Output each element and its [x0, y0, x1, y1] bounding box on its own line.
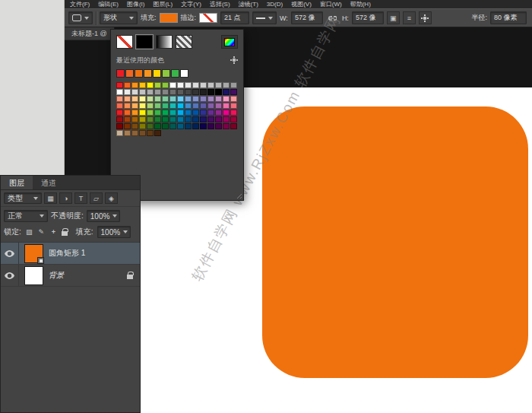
- color-swatch[interactable]: [223, 116, 230, 122]
- recent-color-swatch[interactable]: [180, 69, 188, 78]
- tool-preset-dropdown[interactable]: [68, 11, 93, 24]
- color-swatch[interactable]: [207, 96, 214, 102]
- color-swatch[interactable]: [154, 82, 161, 88]
- recent-color-swatch[interactable]: [162, 69, 170, 78]
- color-swatch[interactable]: [124, 103, 131, 109]
- document-tab[interactable]: 未标题-1 @: [65, 27, 115, 40]
- color-swatch[interactable]: [124, 89, 131, 95]
- recent-color-swatch[interactable]: [153, 69, 161, 78]
- color-swatch[interactable]: [169, 116, 176, 122]
- visibility-eye-icon[interactable]: [1, 243, 19, 264]
- color-swatch[interactable]: [200, 96, 207, 102]
- color-swatch[interactable]: [147, 123, 154, 129]
- tool-mode-dropdown[interactable]: 形状: [100, 11, 138, 24]
- color-swatch[interactable]: [116, 116, 123, 122]
- menu-edit[interactable]: 编辑(E): [98, 0, 119, 8]
- color-swatch[interactable]: [177, 116, 184, 122]
- color-swatch[interactable]: [124, 130, 131, 136]
- color-swatch[interactable]: [139, 89, 146, 95]
- color-swatch[interactable]: [215, 103, 222, 109]
- filter-pixel-layers-icon[interactable]: ▦: [44, 192, 57, 204]
- color-swatch[interactable]: [215, 110, 222, 116]
- color-swatch[interactable]: [230, 123, 237, 129]
- tab-layers[interactable]: 图层: [1, 176, 33, 189]
- color-swatch[interactable]: [131, 82, 138, 88]
- color-swatch[interactable]: [131, 116, 138, 122]
- color-swatch[interactable]: [177, 123, 184, 129]
- color-swatch[interactable]: [147, 89, 154, 95]
- color-swatch[interactable]: [177, 110, 184, 116]
- color-swatch[interactable]: [223, 82, 230, 88]
- color-picker-button[interactable]: [221, 35, 238, 49]
- color-swatch[interactable]: [154, 123, 161, 129]
- color-swatch[interactable]: [185, 96, 192, 102]
- filter-shape-layers-icon[interactable]: ▱: [90, 192, 103, 204]
- color-swatch[interactable]: [185, 103, 192, 109]
- color-swatch[interactable]: [139, 116, 146, 122]
- color-swatch[interactable]: [147, 82, 154, 88]
- layer-thumbnail[interactable]: [24, 244, 43, 263]
- color-swatch[interactable]: [200, 103, 207, 109]
- stroke-width-field[interactable]: 21 点: [220, 11, 249, 24]
- color-swatch[interactable]: [207, 123, 214, 129]
- color-swatch[interactable]: [200, 116, 207, 122]
- lock-transparency-icon[interactable]: ▨: [25, 228, 33, 236]
- lock-position-icon[interactable]: +: [49, 228, 58, 236]
- color-swatch[interactable]: [124, 116, 131, 122]
- recent-color-swatch[interactable]: [171, 69, 179, 78]
- path-operations-icon[interactable]: ▣: [387, 11, 400, 24]
- menu-select[interactable]: 选择(S): [210, 0, 230, 8]
- color-swatch[interactable]: [192, 116, 199, 122]
- path-arrange-icon[interactable]: [419, 11, 432, 24]
- radius-field[interactable]: 80 像素: [490, 11, 527, 24]
- color-swatch[interactable]: [223, 89, 230, 95]
- gradient-button[interactable]: [156, 35, 173, 49]
- color-swatch[interactable]: [139, 123, 146, 129]
- menu-layer[interactable]: 图层(L): [153, 0, 173, 8]
- link-dimensions-icon[interactable]: [326, 11, 339, 24]
- color-swatch[interactable]: [131, 96, 138, 102]
- color-swatch[interactable]: [139, 130, 146, 136]
- color-swatch[interactable]: [162, 110, 169, 116]
- color-swatch[interactable]: [169, 89, 176, 95]
- color-swatch[interactable]: [215, 116, 222, 122]
- color-swatch[interactable]: [131, 123, 138, 129]
- color-swatch[interactable]: [116, 96, 123, 102]
- color-swatch[interactable]: [154, 103, 161, 109]
- color-swatch[interactable]: [230, 96, 237, 102]
- menu-view[interactable]: 视图(V): [291, 0, 312, 8]
- color-swatch[interactable]: [116, 89, 123, 95]
- color-swatch[interactable]: [154, 130, 161, 136]
- color-swatch[interactable]: [215, 82, 222, 88]
- color-swatch[interactable]: [200, 123, 207, 129]
- layer-name[interactable]: 背景: [49, 270, 64, 281]
- color-swatch[interactable]: [192, 123, 199, 129]
- lock-paint-icon[interactable]: ✎: [37, 228, 46, 236]
- color-swatch[interactable]: [192, 89, 199, 95]
- color-swatch[interactable]: [162, 103, 169, 109]
- height-field[interactable]: 572 像: [352, 11, 384, 24]
- color-swatch[interactable]: [139, 110, 146, 116]
- color-swatch[interactable]: [215, 96, 222, 102]
- menu-window[interactable]: 窗口(W): [320, 0, 342, 8]
- color-swatch[interactable]: [223, 103, 230, 109]
- color-swatch[interactable]: [169, 110, 176, 116]
- color-swatch[interactable]: [215, 123, 222, 129]
- color-swatch[interactable]: [147, 110, 154, 116]
- filter-adjustment-layers-icon[interactable]: ◑: [59, 192, 72, 204]
- color-swatch[interactable]: [185, 110, 192, 116]
- stroke-color-swatch[interactable]: [199, 13, 217, 23]
- color-swatch[interactable]: [185, 116, 192, 122]
- color-swatch[interactable]: [147, 103, 154, 109]
- color-swatch[interactable]: [116, 130, 123, 136]
- fill-color-swatch[interactable]: [160, 13, 178, 23]
- color-swatch[interactable]: [116, 103, 123, 109]
- color-swatch[interactable]: [207, 89, 214, 95]
- no-color-button[interactable]: [116, 35, 133, 49]
- menu-image[interactable]: 图像(I): [127, 0, 145, 8]
- visibility-eye-icon[interactable]: [1, 265, 19, 286]
- color-swatch[interactable]: [207, 82, 214, 88]
- color-swatch[interactable]: [200, 82, 207, 88]
- color-swatch[interactable]: [139, 103, 146, 109]
- color-swatch[interactable]: [230, 103, 237, 109]
